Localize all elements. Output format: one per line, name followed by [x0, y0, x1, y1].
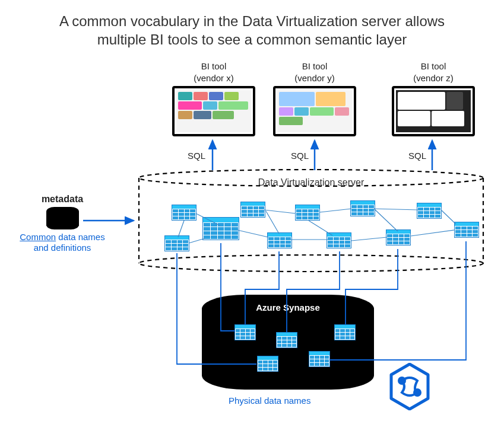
virtual-table-icon: [240, 202, 265, 218]
metadata-text-rest2: and definitions: [12, 243, 113, 253]
virtual-table-icon: [172, 205, 196, 221]
virtual-table-icon: [164, 235, 189, 251]
virtual-table-icon: [202, 217, 239, 240]
azure-synapse-icon: [389, 363, 430, 410]
bi-tool-label-line2: (vendor y): [273, 72, 356, 84]
bi-tool-vendor-z: BI tool (vendor z): [392, 60, 475, 136]
virtual-table-icon: [417, 203, 442, 219]
virtual-table-icon: [350, 200, 375, 216]
virtual-table-icon: [295, 205, 320, 221]
bi-tool-label-line2: (vendor x): [172, 72, 255, 84]
tablet-icon: [392, 86, 475, 136]
physical-table-icon: [276, 332, 297, 348]
physical-data-names-label: Physical data names: [229, 396, 310, 406]
dv-server-container: Data Virtualization server: [139, 170, 483, 271]
bi-tool-vendor-y: BI tool (vendor y): [273, 60, 356, 136]
bi-tool-label-line2: (vendor z): [392, 72, 475, 84]
virtual-table-icon: [327, 232, 351, 248]
azure-synapse-label: Azure Synapse: [202, 302, 374, 312]
virtual-table-icon: [386, 229, 411, 245]
physical-table-icon: [309, 351, 330, 367]
virtual-table-icon: [454, 222, 479, 238]
sql-label-y: SQL: [291, 151, 309, 161]
physical-table-icon: [334, 324, 356, 340]
sql-label-z: SQL: [408, 151, 426, 161]
dv-server-label: Data Virtualization server: [139, 177, 483, 188]
bi-tool-label-line1: BI tool: [172, 60, 255, 72]
diagram-canvas: BI tool (vendor x) BI tool (vendor y): [0, 55, 504, 416]
metadata-link: Common: [20, 232, 56, 242]
physical-table-icon: [234, 324, 256, 340]
tablet-icon: [172, 86, 255, 136]
diagram-title: A common vocabulary in the Data Virtuali…: [0, 0, 504, 55]
bi-tool-label-line1: BI tool: [273, 60, 356, 72]
bi-tool-vendor-x: BI tool (vendor x): [172, 60, 255, 136]
physical-table-icon: [257, 356, 278, 372]
bi-tool-label-line1: BI tool: [392, 60, 475, 72]
sql-label-x: SQL: [188, 151, 205, 161]
virtual-table-icon: [267, 232, 292, 248]
metadata-block: metadata Common data names and definitio…: [12, 194, 113, 253]
svg-marker-0: [391, 364, 428, 409]
metadata-heading: metadata: [12, 194, 113, 205]
tablet-icon: [273, 86, 356, 136]
metadata-text-rest1: data names: [56, 232, 105, 242]
database-icon: [46, 207, 79, 229]
